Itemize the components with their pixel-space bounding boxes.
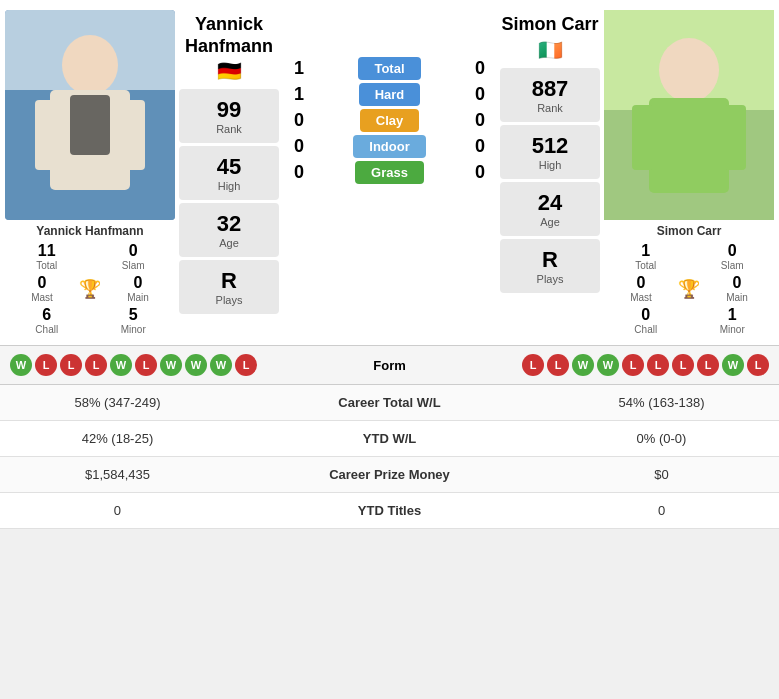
p1-mast: 0 Mast xyxy=(5,274,79,303)
p2-total: 1 Total xyxy=(604,242,688,271)
player1-name-below: Yannick Hanfmann xyxy=(36,224,143,238)
hard-btn[interactable]: Hard xyxy=(359,83,421,106)
player2-photo-col: Simon Carr 1 Total 0 Slam 0 Mast 🏆 0 xyxy=(604,10,774,335)
svg-rect-6 xyxy=(120,100,145,170)
score-total: 1 Total 0 xyxy=(283,58,496,79)
svg-point-10 xyxy=(659,38,719,102)
svg-rect-5 xyxy=(35,100,60,170)
svg-rect-7 xyxy=(70,95,110,155)
player2-rank-box: 887 Rank xyxy=(500,68,600,122)
form-ball: W xyxy=(160,354,182,376)
career-wl-label: Career Total W/L xyxy=(235,385,544,421)
player2-name: Simon Carr xyxy=(501,14,598,36)
player2-name-below: Simon Carr xyxy=(657,224,722,238)
p2-main: 0 Main xyxy=(700,274,774,303)
player2-photo xyxy=(604,10,774,220)
player1-stats: Yannick Hanfmann 🇩🇪 99 Rank 45 High 32 A… xyxy=(179,10,279,335)
form-ball: W xyxy=(185,354,207,376)
form-ball: L xyxy=(85,354,107,376)
ytd-titles-row: 0 YTD Titles 0 xyxy=(0,493,779,529)
svg-rect-11 xyxy=(649,98,729,193)
form-ball: W xyxy=(572,354,594,376)
p1-total: 11 Total xyxy=(5,242,89,271)
player2-flag: 🇮🇪 xyxy=(538,38,563,62)
indoor-btn[interactable]: Indoor xyxy=(353,135,425,158)
form-ball: W xyxy=(210,354,232,376)
form-ball: L xyxy=(135,354,157,376)
clay-btn[interactable]: Clay xyxy=(360,109,419,132)
svg-rect-12 xyxy=(632,105,654,170)
form-ball: W xyxy=(722,354,744,376)
player1-photo-col: Yannick Hanfmann 11 Total 0 Slam 0 Mast … xyxy=(5,10,175,335)
form-section: WLLLWLWWWL Form LLWWLLLLWL xyxy=(0,346,779,384)
score-clay: 0 Clay 0 xyxy=(283,110,496,131)
player1-age-box: 32 Age xyxy=(179,203,279,257)
player1-name: Yannick Hanfmann xyxy=(185,14,273,57)
player2-plays-box: R Plays xyxy=(500,239,600,293)
form-ball: L xyxy=(235,354,257,376)
form-ball: L xyxy=(35,354,57,376)
p2-chall: 0 Chall xyxy=(604,306,688,335)
form-ball: L xyxy=(547,354,569,376)
player1-photo xyxy=(5,10,175,220)
p1-chall: 6 Chall xyxy=(5,306,89,335)
player2-age-box: 24 Age xyxy=(500,182,600,236)
player2-high-box: 512 High xyxy=(500,125,600,179)
p2-ytd-titles: 0 xyxy=(544,493,779,529)
form-ball: W xyxy=(110,354,132,376)
form-ball: L xyxy=(60,354,82,376)
p1-prize: $1,584,435 xyxy=(0,457,235,493)
form-label: Form xyxy=(330,358,450,373)
trophy1-icon: 🏆 xyxy=(79,278,101,300)
player2-form: LLWWLLLLWL xyxy=(456,354,770,376)
p2-mast: 0 Mast xyxy=(604,274,678,303)
p1-career-wl: 58% (347-249) xyxy=(0,385,235,421)
p1-minor: 5 Minor xyxy=(92,306,176,335)
player1-form: WLLLWLWWWL xyxy=(10,354,324,376)
player2-stats: Simon Carr 🇮🇪 887 Rank 512 High 24 Age R… xyxy=(500,10,600,335)
form-ball: W xyxy=(597,354,619,376)
main-container: Yannick Hanfmann 11 Total 0 Slam 0 Mast … xyxy=(0,0,779,529)
p2-minor: 1 Minor xyxy=(691,306,775,335)
stats-table: 58% (347-249) Career Total W/L 54% (163-… xyxy=(0,385,779,529)
form-ball: L xyxy=(747,354,769,376)
p1-ytd-wl: 42% (18-25) xyxy=(0,421,235,457)
p1-ytd-titles: 0 xyxy=(0,493,235,529)
svg-rect-13 xyxy=(724,105,746,170)
p2-career-wl: 54% (163-138) xyxy=(544,385,779,421)
p2-slam: 0 Slam xyxy=(691,242,775,271)
score-hard: 1 Hard 0 xyxy=(283,84,496,105)
prize-row: $1,584,435 Career Prize Money $0 xyxy=(0,457,779,493)
form-ball: L xyxy=(522,354,544,376)
score-indoor: 0 Indoor 0 xyxy=(283,136,496,157)
career-wl-row: 58% (347-249) Career Total W/L 54% (163-… xyxy=(0,385,779,421)
ytd-wl-row: 42% (18-25) YTD W/L 0% (0-0) xyxy=(0,421,779,457)
player1-flag: 🇩🇪 xyxy=(217,59,242,83)
player1-high-box: 45 High xyxy=(179,146,279,200)
grass-btn[interactable]: Grass xyxy=(355,161,424,184)
form-ball: L xyxy=(622,354,644,376)
score-grass: 0 Grass 0 xyxy=(283,162,496,183)
prize-label: Career Prize Money xyxy=(235,457,544,493)
form-ball: L xyxy=(672,354,694,376)
p1-main: 0 Main xyxy=(101,274,175,303)
form-ball: W xyxy=(10,354,32,376)
player1-rank-box: 99 Rank xyxy=(179,89,279,143)
form-ball: L xyxy=(697,354,719,376)
p1-slam: 0 Slam xyxy=(92,242,176,271)
p2-ytd-wl: 0% (0-0) xyxy=(544,421,779,457)
ytd-wl-label: YTD W/L xyxy=(235,421,544,457)
player1-plays-box: R Plays xyxy=(179,260,279,314)
form-ball: L xyxy=(647,354,669,376)
p2-prize: $0 xyxy=(544,457,779,493)
trophy2-icon: 🏆 xyxy=(678,278,700,300)
svg-point-3 xyxy=(62,35,118,95)
players-section: Yannick Hanfmann 11 Total 0 Slam 0 Mast … xyxy=(0,0,779,345)
ytd-titles-label: YTD Titles xyxy=(235,493,544,529)
center-scores: 1 Total 0 1 Hard 0 0 Clay 0 xyxy=(283,10,496,335)
total-btn[interactable]: Total xyxy=(358,57,420,80)
